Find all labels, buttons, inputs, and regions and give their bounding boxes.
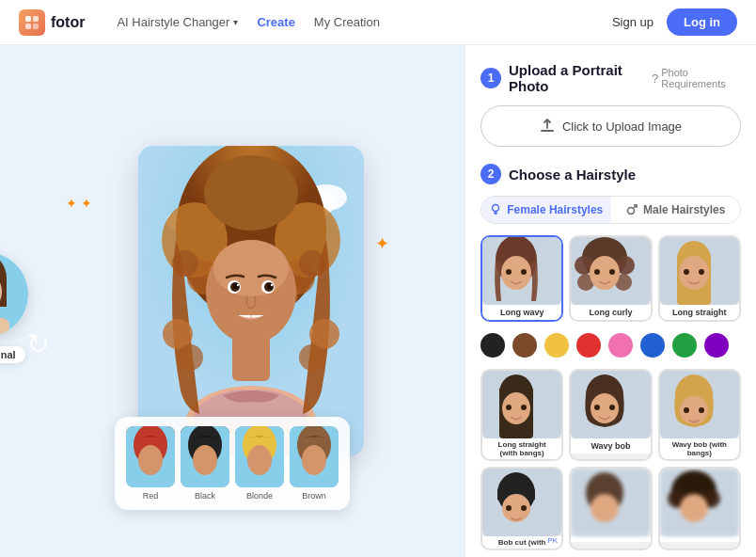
right-panel: 1 Upload a Portrait Photo ? Photo Requir… (465, 45, 756, 557)
header: fotor AI Hairstyle Changer ▾ Create My C… (0, 0, 756, 45)
hairstyle-tabs: Female Hairstyles Male Hairstyles (480, 196, 741, 224)
upload-button[interactable]: Click to Upload Image (480, 105, 741, 147)
variant-blonde[interactable]: Blonde (235, 426, 284, 501)
hairstyle-long-wavy[interactable]: Long wavy (480, 235, 563, 322)
hairstyle-long-straight-bangs[interactable]: Long straight(with bangs) (480, 369, 563, 461)
nav-create[interactable]: Create (247, 15, 304, 29)
tab-female-hairstyles[interactable]: Female Hairstyles (481, 197, 611, 223)
watermark: PK (547, 536, 558, 545)
svg-point-18 (204, 155, 298, 231)
svg-point-112 (680, 494, 708, 522)
step1-header: 1 Upload a Portrait Photo ? Photo Requir… (480, 62, 741, 94)
hairstyle-label-2: Long straight (660, 305, 739, 320)
swatch-purple[interactable] (704, 333, 729, 358)
chevron-down-icon: ▾ (233, 17, 238, 27)
svg-rect-0 (25, 16, 31, 22)
svg-point-63 (501, 256, 531, 290)
hairstyle-preview-0 (482, 237, 561, 305)
hairstyle-preview-8 (660, 469, 739, 536)
hairstyle-grid-row2: Long straight(with bangs) Wavy bob (480, 369, 741, 461)
svg-point-87 (521, 405, 527, 410)
svg-point-74 (609, 269, 615, 275)
svg-point-80 (699, 269, 704, 275)
hairstyle-long-straight[interactable]: Long straight (658, 235, 741, 322)
hairstyle-preview-1 (571, 237, 650, 305)
variant-black[interactable]: Black (181, 426, 229, 501)
hairstyle-8[interactable] (658, 467, 741, 550)
female-icon (489, 203, 502, 216)
hairstyle-label-3: Long straight(with bangs) (482, 438, 561, 459)
svg-point-103 (506, 505, 512, 511)
original-label: Original (0, 346, 25, 363)
svg-point-104 (521, 505, 527, 511)
svg-point-79 (684, 269, 689, 275)
svg-rect-55 (541, 130, 554, 132)
hairstyle-bob-cut[interactable]: Bob cut (with PK (480, 467, 563, 550)
photo-requirements-link[interactable]: ? Photo Requirements (652, 67, 741, 89)
logo[interactable]: fotor (19, 9, 85, 36)
hairstyle-label-7 (571, 536, 650, 542)
swatch-brown[interactable] (512, 333, 537, 358)
swatch-blue[interactable] (640, 333, 665, 358)
hairstyle-label-4: Wavy bob (571, 438, 650, 454)
svg-rect-3 (33, 24, 39, 29)
step1-title: Upload a Portrait Photo (509, 62, 644, 94)
hairstyle-7[interactable] (569, 467, 652, 550)
hairstyle-preview-5 (660, 371, 739, 438)
svg-point-97 (684, 407, 689, 413)
color-palette (480, 333, 741, 358)
svg-point-98 (699, 407, 704, 413)
hairstyle-wavy-bob[interactable]: Wavy bob (569, 369, 652, 461)
swatch-red[interactable] (576, 333, 601, 358)
male-icon (625, 203, 638, 216)
spark-icon-1: ✦ ✦ (66, 196, 92, 211)
hairstyle-wavy-bob-bangs[interactable]: Wavy bob (withbangs) (658, 369, 741, 461)
svg-point-64 (506, 269, 512, 275)
svg-point-48 (193, 445, 217, 475)
logo-label: fotor (51, 14, 85, 31)
swatch-yellow[interactable] (544, 333, 569, 358)
svg-point-40 (177, 344, 203, 371)
svg-point-56 (493, 205, 499, 212)
step2-header: 2 Choose a Hairstyle (480, 164, 741, 184)
swatch-pink[interactable] (608, 333, 633, 358)
svg-point-45 (138, 445, 163, 475)
svg-point-65 (521, 269, 527, 275)
svg-point-78 (679, 256, 709, 290)
hairstyle-label-0: Long wavy (482, 305, 561, 320)
svg-point-59 (628, 208, 635, 215)
nav-my-creation[interactable]: My Creation (305, 15, 389, 29)
upload-icon (540, 119, 555, 134)
left-panel: ✦ ✦ ✦ Original (0, 45, 465, 557)
hairstyle-long-curly[interactable]: Long curly (569, 235, 652, 322)
hairstyle-preview-4 (571, 371, 650, 438)
step2-title: Choose a Hairstyle (509, 167, 636, 183)
spark-icon-2: ✦ (375, 233, 389, 254)
svg-point-51 (247, 445, 272, 475)
svg-rect-2 (25, 24, 31, 29)
variant-brown[interactable]: Brown (290, 426, 339, 501)
signup-button[interactable]: Sign up (599, 9, 667, 35)
hairstyle-preview-6 (482, 469, 561, 536)
svg-point-92 (609, 405, 615, 410)
variant-red[interactable]: Red (126, 426, 175, 501)
step2-number: 2 (480, 164, 501, 184)
svg-point-86 (506, 405, 512, 410)
svg-rect-37 (232, 334, 270, 381)
swatch-green[interactable] (672, 333, 697, 358)
svg-point-54 (302, 445, 326, 475)
arrow-icon: ↻ (26, 327, 50, 360)
svg-rect-1 (33, 16, 39, 22)
tab-male-hairstyles[interactable]: Male Hairstyles (611, 197, 741, 223)
svg-point-72 (590, 256, 620, 290)
original-portrait (0, 252, 28, 337)
hairstyle-preview-3 (482, 371, 561, 438)
main-image-card (138, 146, 364, 456)
swatch-black[interactable] (480, 333, 505, 358)
svg-point-42 (299, 344, 325, 371)
hairstyle-label-5: Wavy bob (withbangs) (660, 438, 739, 459)
hairstyle-grid-row1: Long wavy (480, 235, 741, 322)
login-button[interactable]: Log in (667, 8, 737, 36)
svg-point-91 (594, 405, 600, 410)
nav-tool[interactable]: AI Hairstyle Changer ▾ (107, 15, 247, 29)
